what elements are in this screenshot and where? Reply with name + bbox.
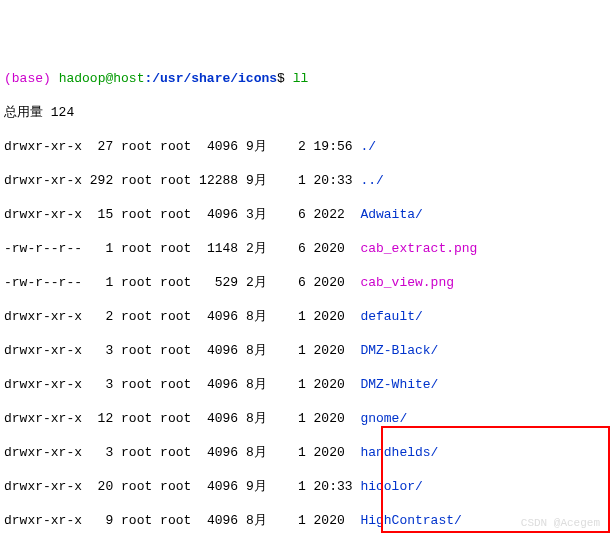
group: root	[160, 445, 191, 460]
day: 2	[275, 139, 306, 154]
total-line: 总用量 124	[4, 104, 606, 121]
list-row: drwxr-xr-x 12 root root 4096 8月 1 2020 g…	[4, 410, 606, 427]
link-count: 27	[82, 139, 113, 154]
size: 1148	[191, 241, 238, 256]
day: 1	[275, 479, 306, 494]
owner: root	[121, 207, 152, 222]
permissions: drwxr-xr-x	[4, 343, 82, 358]
watermark: CSDN @Acegem	[521, 515, 600, 532]
time: 20:33	[314, 173, 353, 188]
group: root	[160, 411, 191, 426]
group: root	[160, 377, 191, 392]
owner: root	[121, 411, 152, 426]
entry-name: hicolor/	[360, 479, 422, 494]
month: 9月	[246, 139, 275, 154]
size: 4096	[191, 377, 238, 392]
permissions: drwxr-xr-x	[4, 173, 82, 188]
entry-name: ./	[360, 139, 376, 154]
time: 2020	[314, 513, 353, 528]
day: 1	[275, 513, 306, 528]
user-host: hadoop@host	[59, 71, 145, 86]
link-count: 9	[82, 513, 113, 528]
time: 2020	[314, 377, 353, 392]
prompt-sep: $	[277, 71, 285, 86]
month: 8月	[246, 309, 275, 324]
time: 2020	[314, 309, 353, 324]
group: root	[160, 139, 191, 154]
size: 4096	[191, 139, 238, 154]
size: 4096	[191, 207, 238, 222]
env-prefix: (base)	[4, 71, 51, 86]
list-row: drwxr-xr-x 15 root root 4096 3月 6 2022 A…	[4, 206, 606, 223]
list-row: drwxr-xr-x 9 root root 4096 8月 1 2020 Hi…	[4, 512, 606, 529]
entry-name: DMZ-Black/	[360, 343, 438, 358]
group: root	[160, 309, 191, 324]
link-count: 3	[82, 377, 113, 392]
prompt-line[interactable]: (base) hadoop@host:/usr/share/icons$ ll	[4, 70, 606, 87]
day: 1	[275, 377, 306, 392]
size: 4096	[191, 411, 238, 426]
day: 6	[275, 275, 306, 290]
group: root	[160, 207, 191, 222]
entry-name: ../	[360, 173, 383, 188]
owner: root	[121, 139, 152, 154]
month: 8月	[246, 445, 275, 460]
group: root	[160, 343, 191, 358]
link-count: 12	[82, 411, 113, 426]
day: 1	[275, 411, 306, 426]
group: root	[160, 479, 191, 494]
list-row: drwxr-xr-x 3 root root 4096 8月 1 2020 DM…	[4, 342, 606, 359]
month: 8月	[246, 411, 275, 426]
permissions: drwxr-xr-x	[4, 513, 82, 528]
list-row: drwxr-xr-x 3 root root 4096 8月 1 2020 DM…	[4, 376, 606, 393]
permissions: drwxr-xr-x	[4, 207, 82, 222]
time: 2020	[314, 445, 353, 460]
owner: root	[121, 513, 152, 528]
group: root	[160, 513, 191, 528]
time: 2022	[314, 207, 353, 222]
entry-name: cab_view.png	[360, 275, 454, 290]
group: root	[160, 275, 191, 290]
month: 2月	[246, 241, 275, 256]
list-row: -rw-r--r-- 1 root root 1148 2月 6 2020 ca…	[4, 240, 606, 257]
list-row: drwxr-xr-x 2 root root 4096 8月 1 2020 de…	[4, 308, 606, 325]
entry-name: DMZ-White/	[360, 377, 438, 392]
size: 529	[191, 275, 238, 290]
entry-name: handhelds/	[360, 445, 438, 460]
time: 2020	[314, 241, 353, 256]
size: 4096	[191, 309, 238, 324]
owner: root	[121, 343, 152, 358]
group: root	[160, 241, 191, 256]
list-row: drwxr-xr-x 292 root root 12288 9月 1 20:3…	[4, 172, 606, 189]
owner: root	[121, 479, 152, 494]
link-count: 3	[82, 343, 113, 358]
size: 4096	[191, 513, 238, 528]
list-row: drwxr-xr-x 27 root root 4096 9月 2 19:56 …	[4, 138, 606, 155]
command-input[interactable]: ll	[293, 71, 309, 86]
month: 8月	[246, 343, 275, 358]
permissions: drwxr-xr-x	[4, 479, 82, 494]
time: 20:33	[314, 479, 353, 494]
size: 12288	[191, 173, 238, 188]
owner: root	[121, 377, 152, 392]
entry-name: Adwaita/	[360, 207, 422, 222]
permissions: drwxr-xr-x	[4, 445, 82, 460]
month: 9月	[246, 173, 275, 188]
owner: root	[121, 445, 152, 460]
list-row: -rw-r--r-- 1 root root 529 2月 6 2020 cab…	[4, 274, 606, 291]
day: 6	[275, 207, 306, 222]
entry-name: HighContrast/	[360, 513, 461, 528]
time: 2020	[314, 343, 353, 358]
list-row: drwxr-xr-x 20 root root 4096 9月 1 20:33 …	[4, 478, 606, 495]
month: 8月	[246, 513, 275, 528]
terminal[interactable]: (base) hadoop@host:/usr/share/icons$ ll …	[0, 68, 610, 538]
permissions: drwxr-xr-x	[4, 377, 82, 392]
time: 2020	[314, 411, 353, 426]
list-row: drwxr-xr-x 3 root root 4096 8月 1 2020 ha…	[4, 444, 606, 461]
permissions: -rw-r--r--	[4, 275, 82, 290]
permissions: -rw-r--r--	[4, 241, 82, 256]
cwd-path: :/usr/share/icons	[144, 71, 277, 86]
link-count: 1	[82, 275, 113, 290]
day: 1	[275, 173, 306, 188]
group: root	[160, 173, 191, 188]
